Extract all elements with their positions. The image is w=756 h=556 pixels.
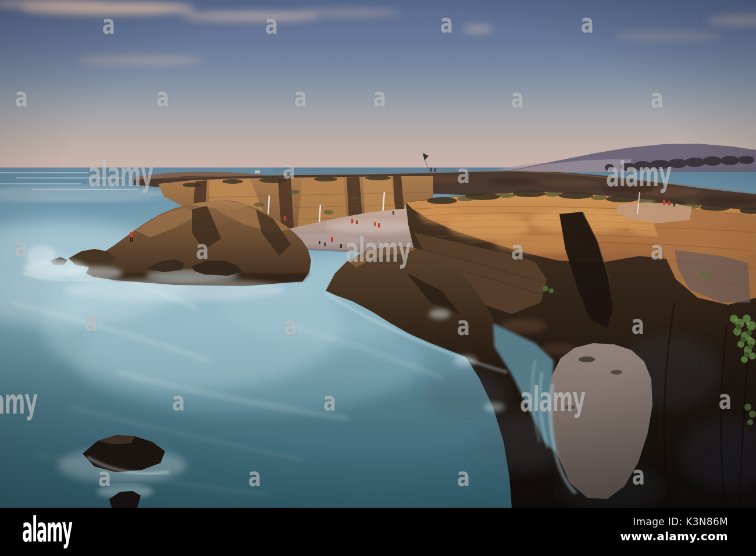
image-id-label: Image ID: K3N86M <box>620 516 728 528</box>
alamy-footer-bar: alamy Image ID: K3N86M www.alamy.com <box>0 508 756 556</box>
vignette <box>0 0 756 508</box>
alamy-url: www.alamy.com <box>620 529 728 543</box>
coastal-cliffs-photo: aaaaaaaaaaaaaaaaaaaaaaaaaaaalamyalamyala… <box>0 0 756 508</box>
alamy-logo: alamy <box>22 510 72 550</box>
stock-photo-page: aaaaaaaaaaaaaaaaaaaaaaaaaaaalamyalamyala… <box>0 0 756 556</box>
photo-scene <box>0 0 756 508</box>
